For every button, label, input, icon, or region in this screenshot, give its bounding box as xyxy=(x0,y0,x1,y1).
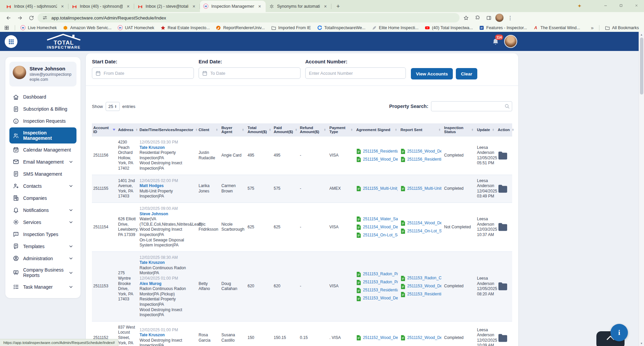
column-header[interactable]: Payment Type▲▼ xyxy=(328,123,355,136)
bookmark-star-icon[interactable] xyxy=(461,13,471,23)
sidebar-item-companies[interactable]: Companies xyxy=(9,192,76,204)
notifications-bell-button[interactable]: 114 xyxy=(490,36,501,47)
reload-button[interactable] xyxy=(26,13,36,23)
report-file-link[interactable]: 2511153_Radon_Continu... xyxy=(400,276,441,281)
tab-close-icon[interactable]: ✕ xyxy=(323,4,328,9)
sidebar-item-email-management[interactable]: Email Management xyxy=(9,156,76,168)
bookmarks-overflow-chevron[interactable]: » xyxy=(591,25,593,31)
sidebar-item-task-manager[interactable]: Task Manager xyxy=(9,281,76,293)
all-bookmarks-button[interactable]: All Bookmarks xyxy=(605,25,639,31)
column-header[interactable]: Buyer Agent▲▼ xyxy=(220,123,246,136)
browser-tab[interactable]: Inbox (45) - sdjohnson2064@g✕ xyxy=(3,1,68,12)
address-bar[interactable]: app.totalinspectware.com/Admin/RequestSc… xyxy=(38,13,460,22)
sidebar-item-administration[interactable]: Administration xyxy=(9,252,76,264)
browser-tab[interactable]: Synonyms for automation✕ xyxy=(266,1,331,12)
folder-action-button[interactable] xyxy=(498,223,511,231)
folder-action-button[interactable] xyxy=(498,151,511,160)
bookmark-item[interactable]: AThe Essential Wind... xyxy=(533,25,580,31)
agreement-file-link[interactable]: 2511156_Residential_Pro... xyxy=(356,149,398,154)
bookmark-item[interactable]: Real Estate Inspecto... xyxy=(160,25,210,31)
column-header[interactable]: Address▲▼ xyxy=(117,123,138,136)
bookmark-item[interactable]: Imported From IE xyxy=(271,25,311,31)
sidebar-item-calendar-management[interactable]: Calendar Management xyxy=(9,144,76,156)
sidebar-item-contacts[interactable]: Contacts xyxy=(9,180,76,192)
column-header[interactable]: Report Sent▲▼ xyxy=(399,123,443,136)
report-file-link[interactable]: 2511155_Multi-Unit_Pro... xyxy=(400,186,441,191)
info-fab-button[interactable]: i xyxy=(610,324,628,341)
sidebar-item-company-business-reports[interactable]: Company Business Reports xyxy=(9,265,76,281)
clear-button[interactable]: Clear xyxy=(456,68,477,79)
agreement-file-link[interactable]: 2511152_Wood_Destroyi... xyxy=(356,335,398,341)
report-file-link[interactable]: 2511152_Wood_Destroyi... xyxy=(400,335,441,341)
column-header[interactable]: Agreement Signed▲▼ xyxy=(355,123,399,136)
report-file-link[interactable]: 2511154_Wood_Destroyi... xyxy=(400,220,441,226)
page-scrollbar[interactable]: ▲ ▼ xyxy=(639,32,644,346)
total-inspectware-logo[interactable]: TOTAL INSPECTWARE xyxy=(43,33,85,50)
minimize-button[interactable] xyxy=(598,0,613,11)
view-accounts-button[interactable]: View Accounts xyxy=(411,68,453,79)
bookmark-item[interactable]: (40) Total Inspectwa... xyxy=(425,25,473,31)
inspector-link[interactable]: Steve Johnson xyxy=(140,212,196,217)
from-date-input[interactable] xyxy=(92,67,194,79)
side-panel-icon[interactable] xyxy=(484,13,494,23)
forward-button[interactable] xyxy=(15,13,25,23)
account-number-input[interactable] xyxy=(305,67,406,79)
sparkle-icon[interactable]: ✦ xyxy=(577,3,582,9)
inspector-link[interactable]: Tate Kruszon xyxy=(140,260,196,266)
browser-menu-icon[interactable]: ⋮ xyxy=(505,13,515,23)
folder-action-button[interactable] xyxy=(498,184,511,193)
agreement-file-link[interactable]: 2511156_Wood_Destroyi... xyxy=(356,157,398,162)
folder-action-button[interactable] xyxy=(498,282,511,291)
agreement-file-link[interactable]: 2511153_Radon_PA_Aut... xyxy=(356,280,398,285)
bookmark-item[interactable]: HLive Homechek xyxy=(20,25,57,31)
sidebar-item-inspection-types[interactable]: Inspection Types xyxy=(9,228,76,240)
column-header[interactable]: Update▲▼ xyxy=(476,123,496,136)
column-header[interactable]: Inspection Status▲▼ xyxy=(443,123,476,136)
column-header[interactable]: Client▲▼ xyxy=(197,123,220,136)
browser-profile-avatar[interactable] xyxy=(495,13,504,22)
column-header[interactable]: Date/Time/Services/Inspector▲▼ xyxy=(138,123,197,136)
property-search-input[interactable] xyxy=(431,101,512,111)
site-settings-icon[interactable] xyxy=(42,14,48,21)
sidebar-item-templates[interactable]: Templates xyxy=(9,240,76,252)
report-file-link[interactable]: 2511156_Residential_Pro... xyxy=(400,157,441,162)
browser-tab[interactable]: Inbox (2) - steve@totalinspectw✕ xyxy=(134,1,200,12)
new-tab-button[interactable]: + xyxy=(333,2,343,11)
extensions-puzzle-icon[interactable] xyxy=(472,13,482,23)
agreement-file-link[interactable]: 2511153_Residential_Pr... xyxy=(356,288,398,293)
agreement-file-link[interactable]: 2511153_Wood_Destroyi... xyxy=(356,296,398,301)
bookmark-item[interactable]: ReportRendererUniv... xyxy=(216,25,265,31)
column-header[interactable]: Refund Amount($)▲▼ xyxy=(299,123,328,136)
column-header[interactable]: Action▲▼ xyxy=(496,123,512,136)
bookmark-item[interactable]: HUAT Homechek xyxy=(118,25,154,31)
agreement-file-link[interactable]: 2511154_Water_Sample_... xyxy=(356,216,398,222)
report-file-link[interactable]: 2511156_Wood_Destroyi... xyxy=(400,149,441,154)
tab-close-icon[interactable]: ✕ xyxy=(60,4,65,9)
sidebar-item-inspection-management[interactable]: Inspection Management xyxy=(9,127,76,143)
back-button[interactable] xyxy=(3,13,13,23)
agreement-file-link[interactable]: 2511153_Radon_PA.pdf xyxy=(356,272,398,277)
bookmark-item[interactable]: Elite Home Inspecti... xyxy=(372,25,419,31)
bookmark-apps-icon[interactable] xyxy=(4,25,9,31)
sidebar-item-sms-management[interactable]: SMS Management xyxy=(9,168,76,180)
agreement-file-link[interactable]: 2511154_On-Lot_Sewag... xyxy=(356,232,398,238)
browser-tab[interactable]: Inbox (40) - sjohnson@yourins✕ xyxy=(68,1,134,12)
scrollbar-down-arrow[interactable]: ▼ xyxy=(639,341,644,346)
column-header[interactable]: Paid Amount($)▲▼ xyxy=(272,123,299,136)
report-file-link[interactable]: 2511154_On-Lot_Sewag... xyxy=(400,228,441,234)
to-date-input[interactable] xyxy=(199,67,301,79)
sidebar-item-services[interactable]: Services xyxy=(9,216,76,228)
bookmark-item[interactable]: Amazon Web Servic... xyxy=(63,25,111,31)
user-avatar[interactable] xyxy=(504,35,517,48)
agreement-file-link[interactable]: 2511155_Multi-Unit_Pro... xyxy=(356,186,398,191)
column-header[interactable]: Account ID xyxy=(92,123,117,136)
agreement-file-link[interactable]: 2511154_Wood_Destroyi... xyxy=(356,224,398,230)
bookmark-item[interactable]: TotalInspectwareWe... xyxy=(317,25,366,31)
sidebar-item-notifications[interactable]: Notifications xyxy=(9,204,76,216)
bookmark-item[interactable]: ITFeatures - Inspector... xyxy=(479,25,527,31)
folder-action-button[interactable] xyxy=(498,334,511,342)
column-header[interactable]: Total Amount($)▲▼ xyxy=(246,123,272,136)
report-file-link[interactable]: 2511153_Wood_Destroyi... xyxy=(400,284,441,289)
sidebar-item-dashboard[interactable]: Dashboard xyxy=(9,91,76,103)
inspector-link[interactable]: Tate Kruszon xyxy=(140,145,196,151)
